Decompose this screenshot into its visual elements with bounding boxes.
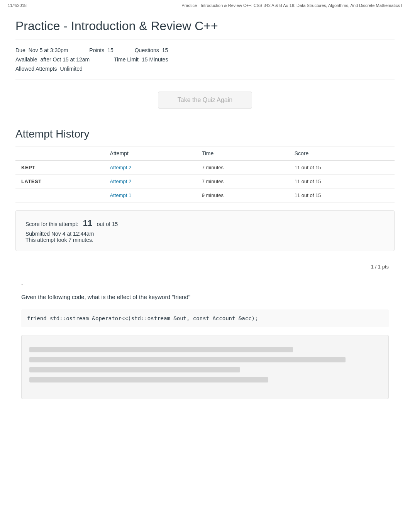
col-header-attempt: Attempt xyxy=(104,146,196,161)
question-header: 1 / 1 pts xyxy=(15,261,395,273)
attempt-row-time: 9 minutes xyxy=(196,189,289,202)
top-bar: 11/4/2018 Practice - Introduction & Revi… xyxy=(0,0,410,11)
attempt-row-score: 11 out of 15 xyxy=(289,161,395,175)
attempt-link[interactable]: Attempt 2 xyxy=(110,165,132,170)
attempt-row-label xyxy=(15,189,104,202)
score-label: Score for this attempt: xyxy=(25,221,78,227)
attempt-row-attempt[interactable]: Attempt 2 xyxy=(104,175,196,189)
take-quiz-again-button[interactable]: Take the Quiz Again xyxy=(158,92,252,109)
submitted-text: Submitted Nov 4 at 12:44am xyxy=(25,231,385,237)
duration-text: This attempt took 7 minutes. xyxy=(25,237,385,243)
col-header-time: Time xyxy=(196,146,289,161)
question-section: 1 / 1 pts - Given the following code, wh… xyxy=(15,261,395,407)
score-out-of: out of 15 xyxy=(97,221,118,227)
score-section: Score for this attempt: 11 out of 15 Sub… xyxy=(15,210,395,251)
allowed-attempts-value: Unlimited xyxy=(60,66,82,72)
blurred-line-1 xyxy=(29,347,293,352)
attempt-row-time: 7 minutes xyxy=(196,161,289,175)
col-header-score: Score xyxy=(289,146,395,161)
available-value: after Oct 15 at 12am xyxy=(41,56,90,63)
table-row: LATESTAttempt 27 minutes11 out of 15 xyxy=(15,175,395,189)
col-header-label xyxy=(15,146,104,161)
attempt-row-score: 11 out of 15 xyxy=(289,189,395,202)
available-label: Available xyxy=(15,56,37,63)
question-text: Given the following code, what is the ef… xyxy=(21,293,389,302)
score-number: 11 xyxy=(83,218,92,228)
table-row: KEPTAttempt 27 minutes11 out of 15 xyxy=(15,161,395,175)
attempt-row-score: 11 out of 15 xyxy=(289,175,395,189)
table-row: Attempt 19 minutes11 out of 15 xyxy=(15,189,395,202)
page-title: Practice - Introduction & Review C++ xyxy=(15,11,395,39)
blurred-line-2 xyxy=(29,357,346,362)
time-limit-value: 15 Minutes xyxy=(142,56,168,63)
questions-value: 15 xyxy=(162,47,168,53)
attempt-row-attempt[interactable]: Attempt 2 xyxy=(104,161,196,175)
points-value: 15 xyxy=(107,47,114,53)
attempt-row-label: KEPT xyxy=(15,161,104,175)
code-block: friend std::ostream &operator<<(std::ost… xyxy=(21,309,389,327)
course-title: Practice - Introduction & Review C++: CS… xyxy=(181,3,402,8)
attempt-table: Attempt Time Score KEPTAttempt 27 minute… xyxy=(15,146,395,202)
answer-options-blurred xyxy=(21,335,389,399)
attempt-link[interactable]: Attempt 2 xyxy=(110,178,132,184)
blurred-line-4 xyxy=(29,377,268,382)
attempt-row-attempt[interactable]: Attempt 1 xyxy=(104,189,196,202)
question-points: 1 / 1 pts xyxy=(371,264,389,270)
attempt-row-time: 7 minutes xyxy=(196,175,289,189)
allowed-attempts-label: Allowed Attempts xyxy=(15,66,57,72)
button-section: Take the Quiz Again xyxy=(15,80,395,120)
question-number: - xyxy=(21,281,389,287)
questions-label: Questions xyxy=(135,47,159,53)
date: 11/4/2018 xyxy=(8,3,27,8)
points-label: Points xyxy=(89,47,104,53)
question-body: - Given the following code, what is the … xyxy=(15,273,395,407)
due-label: Due xyxy=(15,47,25,53)
time-limit-label: Time Limit xyxy=(114,56,139,63)
attempt-history-title: Attempt History xyxy=(15,120,395,146)
meta-section: Due Nov 5 at 3:30pm Points 15 Questions … xyxy=(15,39,395,80)
due-value: Nov 5 at 3:30pm xyxy=(29,47,68,53)
blurred-line-3 xyxy=(29,367,240,372)
attempt-link[interactable]: Attempt 1 xyxy=(110,192,132,198)
attempt-row-label: LATEST xyxy=(15,175,104,189)
